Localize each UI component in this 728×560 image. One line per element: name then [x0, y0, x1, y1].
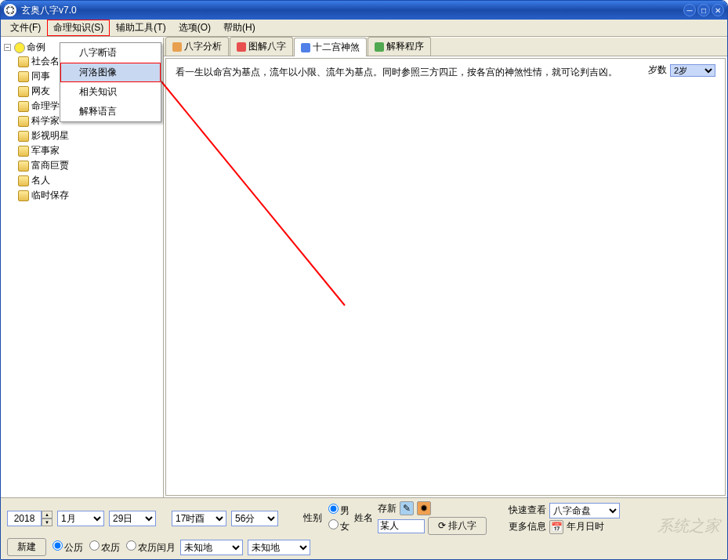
hour-select[interactable]: 17时酉: [172, 511, 226, 526]
tree-root-label: 命例: [27, 41, 45, 54]
age-dropdown[interactable]: 2岁: [670, 64, 715, 77]
menu-tools[interactable]: 辅助工具(T): [110, 20, 172, 36]
bottom-row-2: 新建 公历 农历 农历闰月 未知地 未知地: [7, 538, 721, 556]
smiley-icon: [14, 42, 25, 53]
close-button[interactable]: ✕: [712, 4, 724, 16]
dd-item-xiangguan[interactable]: 相关知识: [60, 82, 161, 102]
radio-male[interactable]: [328, 504, 339, 514]
tab-bazi-analysis[interactable]: 八字分析: [165, 37, 229, 56]
tree-item[interactable]: 军事家: [18, 143, 160, 158]
minimize-button[interactable]: ─: [683, 4, 696, 16]
dd-item-jieshi[interactable]: 解释语言: [60, 102, 161, 121]
maximize-button[interactable]: □: [697, 4, 710, 16]
folder-icon: [18, 146, 29, 157]
age-label: 岁数: [648, 63, 667, 77]
bottom-bar: ▲▼ 1月 29日 17时酉 56分 性别 男 女 姓名 存新 ✎ ✹: [1, 497, 727, 559]
bottom-row-1: ▲▼ 1月 29日 17时酉 56分 性别 男 女 姓名 存新 ✎ ✹: [7, 501, 721, 535]
new-button[interactable]: 新建: [7, 538, 46, 556]
name-input[interactable]: [378, 519, 425, 533]
cal-leap-option[interactable]: 农历闰月: [125, 540, 176, 555]
folder-icon: [18, 101, 29, 112]
window-controls: ─ □ ✕: [683, 4, 724, 16]
place1-select[interactable]: 未知地: [180, 540, 243, 555]
age-select-group: 岁数 2岁: [648, 63, 715, 77]
quick-select[interactable]: 八字命盘: [549, 503, 620, 518]
spin-up-icon[interactable]: ▲: [42, 511, 53, 518]
tab-icon: [301, 43, 310, 52]
window-title: 玄奥八字v7.0: [21, 4, 683, 17]
gender-group: 男 女: [327, 504, 350, 533]
tree-item[interactable]: 临时保存: [18, 188, 160, 203]
content-body: 看一生以命宫为基点，流年以小限、流年为基点。同时参照三方四正，按各宫的神煞性情，…: [165, 58, 726, 496]
content-panel: 八字分析 图解八字 十二宫神煞 解释程序 看一生以命宫为基点，流年以小限、流年为…: [164, 38, 727, 497]
radio-leap[interactable]: [126, 540, 136, 551]
folder-icon: [18, 116, 29, 127]
folder-icon: [18, 56, 29, 67]
month-select[interactable]: 1月: [57, 511, 104, 526]
folder-icon: [18, 86, 29, 97]
menubar: 文件(F) 命理知识(S) 辅助工具(T) 选项(O) 帮助(H): [1, 20, 727, 37]
gender-male-option[interactable]: 男: [327, 504, 350, 518]
action-icon[interactable]: ✹: [417, 501, 431, 515]
tab-tujie[interactable]: 图解八字: [230, 37, 293, 56]
tree-item[interactable]: 名人: [18, 173, 160, 188]
cal-lunar-option[interactable]: 农历: [88, 540, 120, 555]
spin-down-icon[interactable]: ▼: [42, 518, 53, 526]
tab-icon: [237, 42, 246, 52]
folder-icon: [18, 175, 29, 186]
tab-shensha[interactable]: 十二宫神煞: [294, 38, 367, 56]
tab-icon: [375, 42, 384, 52]
tree-item[interactable]: 富商巨贾: [18, 158, 160, 173]
tree-item[interactable]: 影视明星: [18, 128, 160, 143]
place2-select[interactable]: 未知地: [248, 540, 310, 555]
folder-icon: [18, 131, 29, 142]
minute-select[interactable]: 56分: [231, 511, 278, 526]
folder-icon: [18, 71, 29, 82]
save-label: 存新: [378, 502, 397, 515]
dd-item-heluo[interactable]: 河洛图像: [60, 63, 161, 82]
titlebar: 玄奥八字v7.0 ─ □ ✕: [1, 1, 727, 20]
quick-label: 快速查看: [509, 504, 546, 517]
folder-icon: [18, 161, 29, 172]
menu-help[interactable]: 帮助(H): [217, 20, 262, 36]
tab-strip: 八字分析 图解八字 十二宫神煞 解释程序: [164, 38, 727, 56]
year-input[interactable]: [7, 511, 42, 526]
calendar-icon[interactable]: 📅: [549, 520, 563, 534]
tree-expander-icon[interactable]: −: [4, 44, 11, 51]
gender-label: 性别: [303, 511, 322, 525]
more-value: 年月日时: [567, 520, 604, 533]
menu-options[interactable]: 选项(O): [172, 20, 217, 36]
radio-lunar[interactable]: [89, 540, 100, 551]
more-label: 更多信息: [509, 520, 546, 533]
day-select[interactable]: 29日: [109, 511, 156, 526]
tab-icon: [172, 42, 182, 52]
content-text: 看一生以命宫为基点，流年以小限、流年为基点。同时参照三方四正，按各宫的神煞性情，…: [176, 65, 715, 80]
dropdown-menu: 八字断语 河洛图像 相关知识 解释语言: [60, 42, 161, 122]
radio-female[interactable]: [328, 519, 339, 529]
tab-jieshi[interactable]: 解释程序: [368, 37, 431, 56]
name-label: 姓名: [354, 511, 373, 525]
folder-icon: [18, 190, 29, 201]
cal-solar-option[interactable]: 公历: [51, 540, 83, 555]
app-icon: [4, 4, 16, 16]
year-spinner[interactable]: ▲▼: [7, 511, 53, 526]
paiba-button[interactable]: ⟳ 排八字: [428, 517, 487, 535]
gender-female-option[interactable]: 女: [327, 519, 350, 533]
menu-mingli[interactable]: 命理知识(S): [47, 20, 110, 36]
menu-file[interactable]: 文件(F): [4, 20, 47, 36]
dd-item-duanyu[interactable]: 八字断语: [60, 43, 161, 63]
save-icon[interactable]: ✎: [400, 501, 414, 515]
radio-solar[interactable]: [53, 540, 63, 551]
